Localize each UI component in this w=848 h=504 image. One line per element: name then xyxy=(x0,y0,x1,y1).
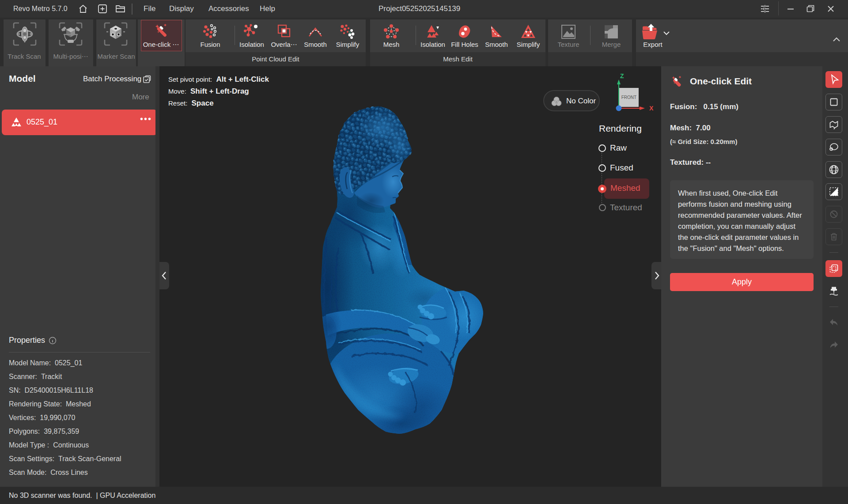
svg-text:X: X xyxy=(649,105,654,112)
svg-text:Z: Z xyxy=(620,72,624,80)
svg-text:FRONT: FRONT xyxy=(621,95,636,100)
